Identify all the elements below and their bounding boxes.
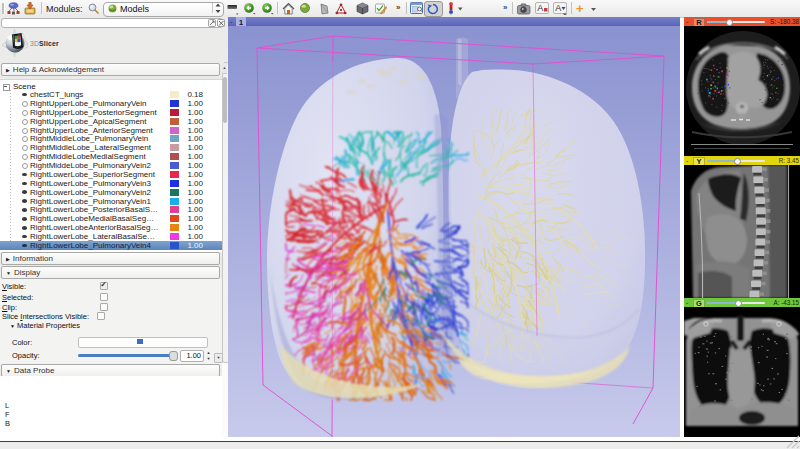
svg-text:A: A (537, 3, 543, 13)
svg-text:A: A (555, 3, 561, 13)
